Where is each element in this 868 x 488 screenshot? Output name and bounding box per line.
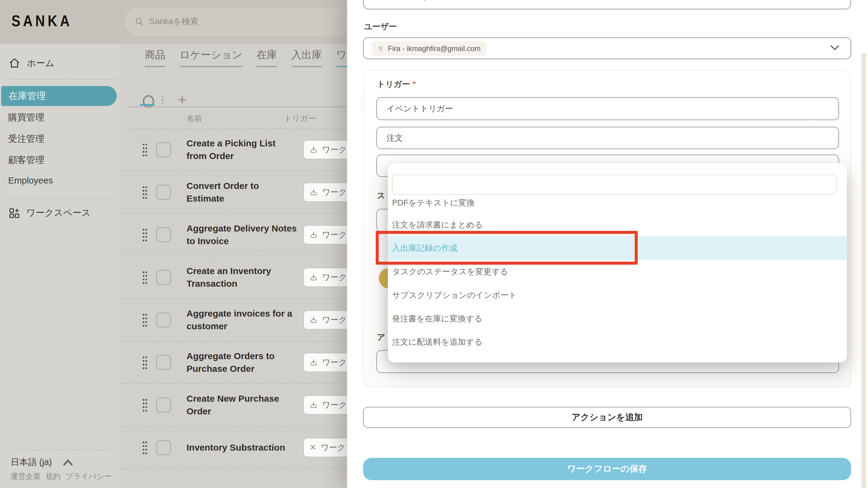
divider xyxy=(10,79,116,80)
workflow-name: Aggregate invoices for a customer xyxy=(187,307,298,333)
sidebar-item-home[interactable]: ホーム xyxy=(8,57,128,69)
app-window: SANKA Sankaを検索 ホーム 在庫管理 購買管理 xyxy=(0,0,868,488)
language-selector[interactable]: 日本語 (ja) xyxy=(10,456,74,468)
trigger-type-input[interactable]: イベントトリガー xyxy=(376,97,839,120)
workflow-name: Aggregate Orders to Purchase Order xyxy=(187,350,298,375)
drag-handle-icon[interactable] xyxy=(142,228,148,242)
home-icon xyxy=(8,57,21,69)
workflow-name: Create New Purchase Order xyxy=(187,392,298,418)
dropdown-option-list: PDFをテキストに変換 注文を請求書にまとめる 入出庫記録の作成 タスクのステー… xyxy=(388,197,847,361)
sidebar-item-label: 購買管理 xyxy=(8,111,44,124)
row-checkbox[interactable] xyxy=(156,185,171,200)
sidebar-item-workspace[interactable]: ワークスペース xyxy=(8,207,128,219)
language-label: 日本語 (ja) xyxy=(10,456,52,468)
active-view-underline xyxy=(140,104,155,105)
dropdown-option[interactable]: サブスクリプションのインポート xyxy=(388,283,847,307)
sidebar-item-label: 顧客管理 xyxy=(8,154,44,166)
drag-handle-icon[interactable] xyxy=(142,270,148,284)
sidebar-item-label: 受注管理 xyxy=(8,133,44,145)
remove-icon[interactable]: ✕ xyxy=(378,44,383,53)
row-checkbox[interactable] xyxy=(156,355,171,370)
user-select[interactable]: ✕ Fira - ikmaghfira@gmail.com xyxy=(363,37,851,59)
tray-download-icon xyxy=(309,401,318,409)
add-view-icon[interactable]: + xyxy=(178,91,186,108)
view-menu-icon[interactable]: ⋮ xyxy=(158,93,168,105)
link-terms[interactable]: 規約 xyxy=(45,471,61,481)
row-checkbox[interactable] xyxy=(156,440,171,455)
sanka-logo: SANKA xyxy=(11,12,72,30)
divider xyxy=(10,450,116,450)
user-field-label: ユーザー xyxy=(364,21,397,32)
workflow-name: Create an Inventory Transaction xyxy=(187,265,298,290)
drag-handle-icon[interactable] xyxy=(142,398,148,412)
save-workflow-button[interactable]: ワークフローの保存 xyxy=(363,458,851,480)
row-checkbox[interactable] xyxy=(156,312,171,328)
required-mark: * xyxy=(412,80,416,89)
search-placeholder: Sankaを検索 xyxy=(149,16,198,27)
annotation-highlight-box xyxy=(376,231,638,265)
tray-download-icon xyxy=(309,316,318,324)
column-trigger: トリガー xyxy=(284,113,316,124)
user-chip: ✕ Fira - ikmaghfira@gmail.com xyxy=(372,41,487,56)
workflow-name: Aggregate Delivery Notes to Invoice xyxy=(187,222,298,247)
sidebar-item-label: 在庫管理 xyxy=(8,90,46,102)
tab-locations[interactable]: ロケーション xyxy=(180,48,242,67)
trigger-object-value: 注文 xyxy=(386,132,403,143)
workflow-title-input[interactable]: 在庫注文引き当て xyxy=(363,0,851,9)
sidebar-item-orders[interactable]: 受注管理 xyxy=(8,133,128,145)
workflow-name: Create a Picking List from Order xyxy=(187,137,298,162)
dropdown-option[interactable]: 発注書を在庫に変換する xyxy=(388,307,847,331)
sidebar-item-purchasing[interactable]: 購買管理 xyxy=(8,111,128,124)
x-icon: ✕ xyxy=(309,443,316,452)
drag-handle-icon[interactable] xyxy=(142,143,148,157)
sidebar-item-inventory[interactable]: 在庫管理 xyxy=(1,86,117,106)
link-company[interactable]: 運営企業 xyxy=(10,471,41,481)
search-input[interactable]: Sankaを検索 xyxy=(124,7,354,36)
drag-handle-icon[interactable] xyxy=(142,440,148,455)
row-checkbox[interactable] xyxy=(156,142,171,157)
divider xyxy=(10,198,116,199)
sidebar-item-label: Employees xyxy=(8,175,53,186)
tab-products[interactable]: 商品 xyxy=(145,48,165,67)
dropdown-option[interactable]: 注文に配送料を追加する xyxy=(388,330,847,354)
chevron-up-icon xyxy=(62,458,74,466)
tab-stock[interactable]: 在庫 xyxy=(256,48,277,67)
dropdown-option[interactable]: PDFをテキストに変換 xyxy=(388,197,847,215)
tray-download-icon xyxy=(309,231,318,239)
row-checkbox[interactable] xyxy=(156,270,171,285)
scrollbar-thumb[interactable] xyxy=(861,53,866,488)
workflow-name: Convert Order to Estimate xyxy=(187,180,298,205)
sidebar-item-customers[interactable]: 顧客管理 xyxy=(8,154,128,166)
workflow-title-value: 在庫注文引き当て xyxy=(373,0,448,2)
dropdown-search-input[interactable] xyxy=(392,175,837,195)
tray-download-icon xyxy=(309,188,318,196)
link-privacy[interactable]: プライバシー xyxy=(65,471,112,481)
trigger-label: トリガー* xyxy=(377,79,415,90)
sidebar: ホーム 在庫管理 購買管理 受注管理 顧客管理 Employees xyxy=(0,44,120,488)
workspace-icon xyxy=(8,207,20,219)
add-action-button[interactable]: アクションを追加 xyxy=(363,407,851,428)
sidebar-item-label: ワークスペース xyxy=(26,207,91,219)
trigger-object-input[interactable]: 注文 xyxy=(376,127,839,149)
drag-handle-icon[interactable] xyxy=(142,185,148,199)
view-tab-icon[interactable] xyxy=(143,95,154,108)
tray-download-icon xyxy=(309,358,318,367)
drag-handle-icon[interactable] xyxy=(142,313,148,327)
sidebar-item-employees[interactable]: Employees xyxy=(8,175,128,186)
row-checkbox[interactable] xyxy=(156,397,171,413)
user-chip-label: Fira - ikmaghfira@gmail.com xyxy=(388,44,480,53)
tray-download-icon xyxy=(309,146,318,154)
drag-handle-icon[interactable] xyxy=(142,356,148,369)
sidebar-item-label: ホーム xyxy=(27,57,54,69)
steps-label-clipped: ス xyxy=(377,190,385,201)
tab-inout[interactable]: 入出庫 xyxy=(291,48,322,67)
row-checkbox[interactable] xyxy=(156,227,171,242)
workflow-name: Inventory Substraction xyxy=(187,441,298,454)
column-name: 名前 xyxy=(187,113,202,124)
tray-download-icon xyxy=(309,273,318,281)
trigger-label-text: トリガー xyxy=(377,80,410,89)
chevron-down-icon[interactable] xyxy=(829,44,840,51)
trigger-type-value: イベントトリガー xyxy=(386,103,453,114)
search-icon xyxy=(134,17,144,26)
action-label-clipped: ア xyxy=(377,332,385,342)
